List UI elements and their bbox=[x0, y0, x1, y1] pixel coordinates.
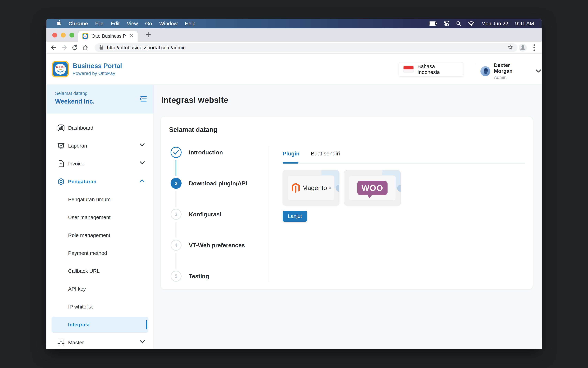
browser-tab[interactable]: Otto Business Portal bbox=[78, 31, 137, 42]
tab-close-icon[interactable] bbox=[129, 34, 134, 39]
apple-icon[interactable] bbox=[56, 20, 61, 27]
menubar-item-help[interactable]: Help bbox=[185, 21, 196, 27]
logo-smile bbox=[57, 71, 64, 73]
sidebar-item-laporan[interactable]: Laporan bbox=[46, 137, 154, 155]
sidebar-welcome-panel: Selamat datang Weekend Inc. bbox=[46, 85, 154, 113]
menubar-date[interactable]: Mon Jun 22 bbox=[481, 21, 508, 27]
logo-subtext: PAY bbox=[59, 69, 62, 70]
battery-icon[interactable] bbox=[429, 21, 437, 26]
user-menu[interactable]: Dexter Morgan Admin bbox=[480, 62, 542, 80]
tab-buat-sendiri[interactable]: Buat sendiri bbox=[311, 150, 340, 157]
menu-dots-icon[interactable] bbox=[530, 43, 538, 52]
step-connector bbox=[176, 222, 176, 238]
zoom-window-button[interactable] bbox=[70, 33, 74, 37]
url-text[interactable]: http://ottobusinessportal.com/admin bbox=[107, 45, 504, 51]
chevron-down-icon bbox=[139, 161, 145, 166]
sidebar-item-integrasi[interactable]: Integrasi bbox=[46, 316, 154, 334]
welcome-text: Selamat datang bbox=[55, 91, 154, 96]
macos-menubar: Chrome File Edit View Go Window Help bbox=[46, 19, 542, 28]
plugin-card-magento[interactable]: Magento® bbox=[283, 170, 339, 205]
sidebar-item-callback-url[interactable]: Callback URL bbox=[46, 262, 154, 280]
sidebar-item-master[interactable]: Master bbox=[46, 334, 154, 349]
profile-icon[interactable] bbox=[518, 43, 527, 52]
sidebar-item-ip-whitelist[interactable]: IP whitelist bbox=[46, 298, 154, 316]
sidebar-item-api-key[interactable]: API key bbox=[46, 280, 154, 298]
wifi-icon[interactable] bbox=[468, 21, 474, 26]
plugin-tabs: Plugin Buat sendiri bbox=[283, 150, 340, 157]
logo-text: OTTO bbox=[56, 65, 65, 68]
sidebar-item-role-management[interactable]: Role management bbox=[46, 226, 154, 244]
plugin-card-woocommerce[interactable]: WOO bbox=[344, 170, 401, 205]
minimize-window-button[interactable] bbox=[61, 33, 66, 37]
step-number: 5 bbox=[171, 271, 181, 282]
integration-card: Selamat datang Introduction 2 Download p… bbox=[161, 116, 533, 290]
step-testing[interactable]: 5 Testing bbox=[171, 271, 209, 282]
company-name: Weekend Inc. bbox=[55, 98, 154, 105]
magento-label: Magento bbox=[302, 184, 327, 192]
chevron-down-icon[interactable] bbox=[535, 69, 542, 74]
sidebar-item-pengaturan[interactable]: Pengaturan bbox=[46, 173, 154, 191]
step-connector bbox=[176, 253, 176, 269]
user-role: Admin bbox=[494, 75, 529, 80]
forward-icon[interactable] bbox=[61, 44, 68, 51]
continue-button[interactable]: Lanjut bbox=[283, 211, 307, 222]
address-bar[interactable]: http://ottobusinessportal.com/admin bbox=[95, 43, 517, 52]
sidebar-item-user-management[interactable]: User management bbox=[46, 208, 154, 226]
step-label: VT-Web preferences bbox=[189, 242, 245, 249]
sidebar-item-label: Pengaturan umum bbox=[68, 197, 110, 202]
language-selector-button[interactable]: Bahasa Indonesia bbox=[399, 62, 463, 76]
sidebar-item-pengaturan-umum[interactable]: Pengaturan umum bbox=[46, 191, 154, 208]
tab-strip: Otto Business Portal bbox=[46, 28, 542, 42]
sidebar-item-invoice[interactable]: Invoice bbox=[46, 155, 154, 173]
bookmark-star-icon[interactable] bbox=[507, 44, 513, 51]
step-connector bbox=[176, 191, 176, 207]
close-window-button[interactable] bbox=[52, 33, 57, 37]
menubar-item-edit[interactable]: Edit bbox=[111, 21, 120, 27]
sidebar-item-label: Invoice bbox=[68, 161, 84, 167]
menubar-item-window[interactable]: Window bbox=[159, 21, 178, 27]
home-icon[interactable] bbox=[81, 44, 89, 51]
report-icon bbox=[57, 142, 65, 150]
menubar-item-go[interactable]: Go bbox=[145, 21, 152, 27]
reload-icon[interactable] bbox=[71, 44, 79, 51]
menubar-item-chrome[interactable]: Chrome bbox=[68, 21, 88, 27]
active-item-indicator bbox=[146, 320, 147, 329]
active-item-highlight bbox=[52, 317, 148, 333]
active-tab-indicator bbox=[283, 162, 299, 164]
collapse-sidebar-icon[interactable] bbox=[139, 95, 147, 103]
back-icon[interactable] bbox=[50, 44, 57, 51]
menubar-menus: Chrome File Edit View Go Window Help bbox=[46, 20, 195, 27]
dashboard-icon bbox=[57, 124, 65, 132]
chevron-up-icon bbox=[139, 179, 145, 183]
tab-plugin[interactable]: Plugin bbox=[283, 150, 299, 157]
menubar-item-view[interactable]: View bbox=[127, 21, 138, 27]
stepper-divider bbox=[269, 146, 269, 282]
sidebar-item-dashboard[interactable]: Dashboard bbox=[46, 119, 154, 137]
ottopay-logo: OTTO PAY bbox=[52, 61, 69, 77]
woocommerce-logo: WOO bbox=[349, 175, 396, 201]
sidebar-item-label: User management bbox=[68, 214, 110, 220]
step-introduction[interactable]: Introduction bbox=[171, 147, 223, 158]
browser-window: Chrome File Edit View Go Window Help bbox=[46, 19, 542, 349]
control-center-icon[interactable] bbox=[444, 21, 449, 26]
user-name: Dexter Morgan bbox=[494, 62, 529, 74]
step-label: Download plugin/API bbox=[189, 180, 247, 187]
sidebar-item-label: Pengaturan bbox=[68, 179, 96, 184]
sidebar-item-payment-method[interactable]: Payment method bbox=[46, 244, 154, 262]
step-check-icon bbox=[171, 147, 181, 158]
step-konfigurasi[interactable]: 3 Konfigurasi bbox=[171, 209, 221, 220]
menubar-time[interactable]: 9:41 AM bbox=[515, 21, 534, 27]
new-tab-button[interactable] bbox=[144, 31, 152, 39]
step-number: 4 bbox=[171, 240, 181, 251]
sidebar-item-label: Callback URL bbox=[68, 268, 100, 274]
step-label: Testing bbox=[189, 273, 209, 280]
app-header: OTTO PAY Business Portal Powered by Otto… bbox=[46, 54, 542, 85]
spotlight-search-icon[interactable] bbox=[456, 21, 461, 26]
step-download-plugin-api[interactable]: 2 Download plugin/API bbox=[171, 178, 247, 189]
window-controls bbox=[52, 33, 74, 37]
lock-icon[interactable] bbox=[99, 45, 103, 51]
menubar-status: Mon Jun 22 9:41 AM bbox=[429, 21, 542, 27]
menubar-item-file[interactable]: File bbox=[95, 21, 103, 27]
sidebar-item-label: Integrasi bbox=[68, 322, 90, 328]
step-vt-web-preferences[interactable]: 4 VT-Web preferences bbox=[171, 240, 245, 251]
